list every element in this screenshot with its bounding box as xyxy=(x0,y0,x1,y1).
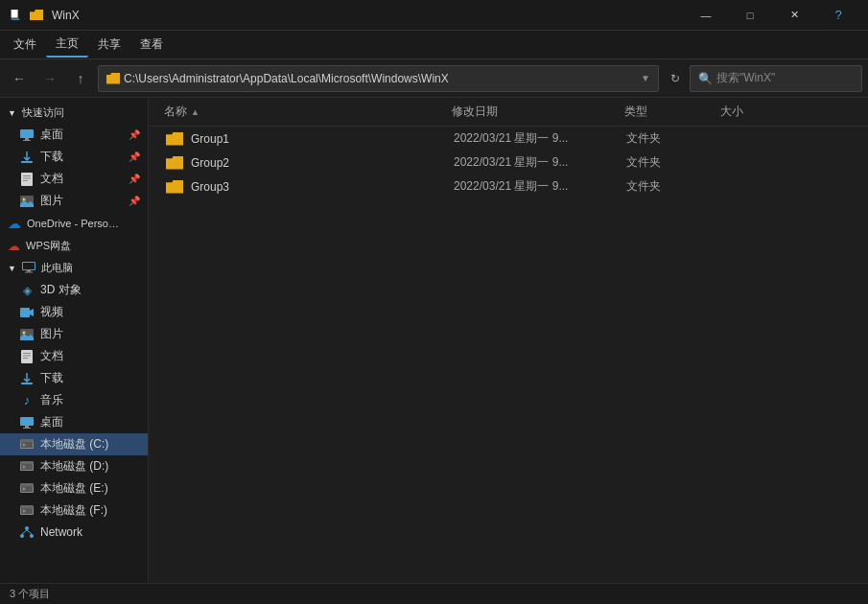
svg-rect-1 xyxy=(12,18,20,19)
sidebar-wps[interactable]: ☁ WPS网盘 xyxy=(0,235,148,257)
sidebar-item-drive-c[interactable]: 本地磁盘 (C:) xyxy=(0,433,148,455)
file-name-label: Group2 xyxy=(191,156,229,170)
table-row[interactable]: Group3 2022/03/21 星期一 9... 文件夹 xyxy=(151,174,866,198)
video-icon xyxy=(19,305,35,320)
sidebar-item-drive-e[interactable]: 本地磁盘 (E:) xyxy=(0,477,148,499)
downloads-pc-icon xyxy=(19,371,35,386)
svg-line-47 xyxy=(27,530,32,534)
address-text: C:\Users\Administrator\AppData\Local\Mic… xyxy=(124,72,637,85)
refresh-button[interactable]: ↻ xyxy=(665,68,686,89)
sidebar-item-music[interactable]: ♪ 音乐 xyxy=(0,389,148,411)
sidebar-item-drive-f[interactable]: 本地磁盘 (F:) xyxy=(0,499,148,522)
docs-quick-label: 文档 xyxy=(40,171,63,187)
col-header-type[interactable]: 类型 xyxy=(624,104,720,120)
sidebar-item-docs-quick[interactable]: 文档 📌 xyxy=(0,168,148,190)
svg-point-37 xyxy=(23,487,26,490)
sidebar-item-downloads-quick[interactable]: 下载 📌 xyxy=(0,146,148,168)
sidebar-item-video[interactable]: 视频 xyxy=(0,301,148,323)
sidebar-item-images-pc[interactable]: 图片 xyxy=(0,323,148,345)
svg-line-46 xyxy=(22,530,27,534)
images-pc-icon xyxy=(19,327,35,342)
svg-point-43 xyxy=(25,526,29,530)
col-header-size[interactable]: 大小 xyxy=(720,104,816,120)
sidebar-quick-access-header[interactable]: ▼ 快速访问 xyxy=(0,102,148,124)
title-bar-controls: — □ ✕ ? xyxy=(684,0,860,31)
wps-label: WPS网盘 xyxy=(26,239,71,253)
menu-bar: 文件 主页 共享 查看 xyxy=(0,31,868,59)
menu-home[interactable]: 主页 xyxy=(46,32,88,58)
address-bar[interactable]: C:\Users\Administrator\AppData\Local\Mic… xyxy=(98,65,659,92)
table-row[interactable]: Group1 2022/03/21 星期一 9... 文件夹 xyxy=(151,127,866,151)
file-header: 名称 ▲ 修改日期 类型 大小 xyxy=(149,98,868,127)
file-name-label: Group1 xyxy=(191,132,229,146)
svg-rect-16 xyxy=(20,308,30,317)
folder-icon-group1 xyxy=(166,132,183,146)
file-date-group1: 2022/03/21 星期一 9... xyxy=(454,130,626,147)
title-bar-icons xyxy=(8,8,44,23)
network-icon xyxy=(19,524,35,540)
file-name-label: Group3 xyxy=(191,180,229,194)
toolbar: ← → ↑ C:\Users\Administrator\AppData\Loc… xyxy=(0,59,868,98)
svg-rect-26 xyxy=(23,428,31,429)
svg-rect-23 xyxy=(21,383,33,384)
main-layout: ▼ 快速访问 桌面 📌 下载 📌 xyxy=(0,98,868,583)
menu-view[interactable]: 查看 xyxy=(130,33,173,57)
sidebar-onedrive[interactable]: ☁ OneDrive - Persona... xyxy=(0,212,148,235)
title-bar-doc-icon xyxy=(8,8,23,23)
svg-point-44 xyxy=(20,534,24,538)
search-icon: 🔍 xyxy=(698,72,713,85)
back-button[interactable]: ← xyxy=(6,65,33,92)
sidebar-item-docs-pc[interactable]: 文档 xyxy=(0,345,148,367)
svg-rect-14 xyxy=(27,270,31,272)
file-type-group2: 文件夹 xyxy=(626,154,722,171)
desktop-pc-label: 桌面 xyxy=(40,414,63,430)
svg-rect-7 xyxy=(23,175,31,176)
sidebar-item-downloads-pc[interactable]: 下载 xyxy=(0,367,148,389)
sidebar-item-network[interactable]: Network xyxy=(0,522,148,543)
svg-rect-24 xyxy=(20,417,34,426)
table-row[interactable]: Group2 2022/03/21 星期一 9... 文件夹 xyxy=(151,151,866,174)
menu-file[interactable]: 文件 xyxy=(4,33,46,57)
downloads-pc-label: 下载 xyxy=(40,370,63,386)
file-content: 名称 ▲ 修改日期 类型 大小 Group1 2022/03/21 星期一 9.… xyxy=(149,98,868,583)
col-header-date[interactable]: 修改日期 xyxy=(452,104,624,120)
up-button[interactable]: ↑ xyxy=(67,65,94,92)
svg-rect-38 xyxy=(20,483,34,486)
sidebar-item-desktop-pc[interactable]: 桌面 xyxy=(0,411,148,433)
menu-share[interactable]: 共享 xyxy=(88,33,130,57)
svg-rect-21 xyxy=(23,355,31,356)
sidebar-item-3d[interactable]: ◈ 3D 对象 xyxy=(0,279,148,301)
svg-rect-5 xyxy=(21,161,33,163)
sidebar-item-drive-d[interactable]: 本地磁盘 (D:) xyxy=(0,455,148,477)
svg-rect-13 xyxy=(23,263,35,269)
file-name-group3: Group3 xyxy=(166,180,454,194)
forward-button[interactable]: → xyxy=(36,65,63,92)
help-button[interactable]: ? xyxy=(816,0,860,31)
drive-c-icon xyxy=(19,437,35,453)
svg-point-41 xyxy=(23,509,26,512)
svg-rect-42 xyxy=(20,505,34,508)
desktop-quick-label: 桌面 xyxy=(40,127,63,143)
svg-rect-34 xyxy=(20,461,34,464)
svg-rect-30 xyxy=(20,439,34,442)
file-type-group3: 文件夹 xyxy=(626,178,722,195)
pin-icon-images: 📌 xyxy=(129,196,140,206)
drive-e-label: 本地磁盘 (E:) xyxy=(40,480,108,497)
drive-c-label: 本地磁盘 (C:) xyxy=(40,436,108,453)
drive-f-icon xyxy=(19,503,35,519)
images-quick-label: 图片 xyxy=(40,193,63,209)
file-name-group1: Group1 xyxy=(166,132,454,146)
address-dropdown-icon[interactable]: ▼ xyxy=(641,73,650,83)
col-header-name[interactable]: 名称 ▲ xyxy=(164,104,452,120)
sort-arrow-icon: ▲ xyxy=(191,107,199,117)
minimize-button[interactable]: — xyxy=(684,0,728,31)
video-label: 视频 xyxy=(40,304,63,320)
close-button[interactable]: ✕ xyxy=(772,0,816,31)
docs-pc-icon xyxy=(19,349,35,364)
search-bar[interactable]: 🔍 搜索"WinX" xyxy=(690,65,862,92)
sidebar-item-desktop-quick[interactable]: 桌面 📌 xyxy=(0,124,148,146)
sidebar-this-pc-header[interactable]: ▼ 此电脑 xyxy=(0,257,148,279)
maximize-button[interactable]: □ xyxy=(728,0,772,31)
svg-rect-2 xyxy=(20,129,34,138)
sidebar-item-images-quick[interactable]: 图片 📌 xyxy=(0,190,148,212)
